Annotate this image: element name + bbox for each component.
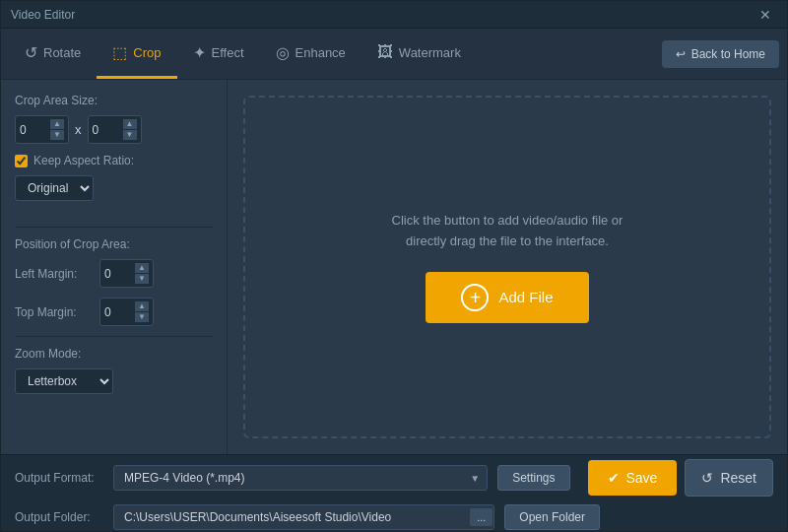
reset-label: Reset <box>720 470 756 486</box>
tab-enhance[interactable]: ◎ Enhance <box>260 29 361 79</box>
title-bar: Video Editor ✕ <box>1 1 787 29</box>
divider-2 <box>15 336 213 337</box>
height-spin-up[interactable]: ▲ <box>123 119 137 129</box>
folder-path-input[interactable] <box>113 504 494 530</box>
left-margin-row: Left Margin: ▲ ▼ <box>15 259 213 288</box>
top-margin-row: Top Margin: ▲ ▼ <box>15 298 213 326</box>
reset-button[interactable]: ↺ Reset <box>685 459 773 497</box>
reset-icon: ↺ <box>701 470 713 486</box>
top-margin-input[interactable] <box>104 305 134 319</box>
height-spin-down[interactable]: ▼ <box>123 130 137 140</box>
height-input-wrap: ▲ ▼ <box>88 115 142 144</box>
format-select[interactable]: MPEG-4 Video (*.mp4) <box>113 465 488 491</box>
left-panel: Crop Area Size: ▲ ▼ x ▲ ▼ Keep Aspect Ra… <box>1 80 228 454</box>
top-margin-arrows: ▲ ▼ <box>135 301 149 322</box>
left-margin-down[interactable]: ▼ <box>135 274 149 284</box>
tab-rotate-label: Rotate <box>43 45 81 60</box>
height-input[interactable] <box>93 123 122 137</box>
open-folder-button[interactable]: Open Folder <box>504 504 600 530</box>
effect-icon: ✦ <box>193 43 206 62</box>
left-margin-input[interactable] <box>104 267 134 281</box>
zoom-mode-select[interactable]: Letterbox Pan & Scan Full <box>15 368 113 394</box>
width-spin-down[interactable]: ▼ <box>50 130 64 140</box>
add-file-label: Add File <box>498 289 553 305</box>
action-buttons: ✔ Save ↺ Reset <box>588 459 774 497</box>
folder-row: Output Folder: ... Open Folder <box>15 504 773 530</box>
drop-zone-text: Click the button to add video/audio file… <box>392 211 624 252</box>
drop-zone[interactable]: Click the button to add video/audio file… <box>243 96 771 438</box>
bottom-bar: Output Format: MPEG-4 Video (*.mp4) ▼ Se… <box>1 454 787 532</box>
enhance-icon: ◎ <box>276 43 290 62</box>
close-button[interactable]: ✕ <box>754 5 777 25</box>
main-content: Crop Area Size: ▲ ▼ x ▲ ▼ Keep Aspect Ra… <box>1 80 787 454</box>
title-text: Video Editor <box>11 8 75 22</box>
save-button[interactable]: ✔ Save <box>588 460 678 496</box>
crop-area-size-label: Crop Area Size: <box>15 94 213 107</box>
checkmark-icon: ✔ <box>608 470 620 486</box>
settings-button[interactable]: Settings <box>497 465 569 491</box>
output-folder-label: Output Folder: <box>15 510 103 524</box>
x-separator: x <box>75 122 82 137</box>
tab-watermark[interactable]: 🖼 Watermark <box>361 29 477 79</box>
tab-rotate[interactable]: ↺ Rotate <box>9 29 97 79</box>
keep-aspect-row: Keep Aspect Ratio: <box>15 154 213 167</box>
tab-watermark-label: Watermark <box>399 45 461 60</box>
left-margin-up[interactable]: ▲ <box>135 263 149 273</box>
format-select-wrap: MPEG-4 Video (*.mp4) ▼ <box>113 465 488 491</box>
crop-size-row: ▲ ▼ x ▲ ▼ <box>15 115 213 144</box>
watermark-icon: 🖼 <box>377 43 393 61</box>
tab-crop-label: Crop <box>133 45 161 60</box>
top-margin-input-wrap: ▲ ▼ <box>99 298 154 326</box>
zoom-mode-label: Zoom Mode: <box>15 347 213 361</box>
rotate-icon: ↺ <box>25 43 37 62</box>
tab-effect[interactable]: ✦ Effect <box>177 29 260 79</box>
format-row: Output Format: MPEG-4 Video (*.mp4) ▼ Se… <box>15 459 773 497</box>
divider-1 <box>15 227 213 228</box>
tab-enhance-label: Enhance <box>296 45 346 60</box>
width-spin-arrows: ▲ ▼ <box>50 119 64 140</box>
aspect-ratio-select[interactable]: Original 16:9 4:3 1:1 <box>15 175 94 201</box>
top-margin-label: Top Margin: <box>15 305 94 319</box>
left-margin-label: Left Margin: <box>15 267 94 281</box>
left-margin-arrows: ▲ ▼ <box>135 263 149 284</box>
width-input[interactable] <box>20 123 49 137</box>
crop-icon: ⬚ <box>112 43 127 62</box>
plus-circle-icon: + <box>461 284 489 311</box>
top-margin-down[interactable]: ▼ <box>135 312 149 322</box>
save-label: Save <box>626 470 658 486</box>
output-format-label: Output Format: <box>15 471 103 485</box>
height-spin-arrows: ▲ ▼ <box>123 119 137 140</box>
width-input-wrap: ▲ ▼ <box>15 115 69 144</box>
position-label: Position of Crop Area: <box>15 237 213 251</box>
left-margin-input-wrap: ▲ ▼ <box>99 259 154 288</box>
width-spin-up[interactable]: ▲ <box>50 119 64 129</box>
tab-bar: ↺ Rotate ⬚ Crop ✦ Effect ◎ Enhance 🖼 Wat… <box>1 29 787 80</box>
folder-dots-button[interactable]: ... <box>470 508 492 526</box>
keep-aspect-checkbox[interactable] <box>15 155 28 167</box>
folder-path-wrap: ... <box>113 504 494 530</box>
back-to-home-button[interactable]: ↩ Back to Home <box>662 40 779 68</box>
add-file-button[interactable]: + Add File <box>426 272 588 323</box>
back-home-icon: ↩ <box>676 47 686 61</box>
back-home-label: Back to Home <box>691 47 765 61</box>
right-panel: Click the button to add video/audio file… <box>228 80 787 454</box>
tab-effect-label: Effect <box>212 45 244 60</box>
tab-crop[interactable]: ⬚ Crop <box>97 29 176 79</box>
top-margin-up[interactable]: ▲ <box>135 301 149 311</box>
keep-aspect-label: Keep Aspect Ratio: <box>33 154 134 167</box>
